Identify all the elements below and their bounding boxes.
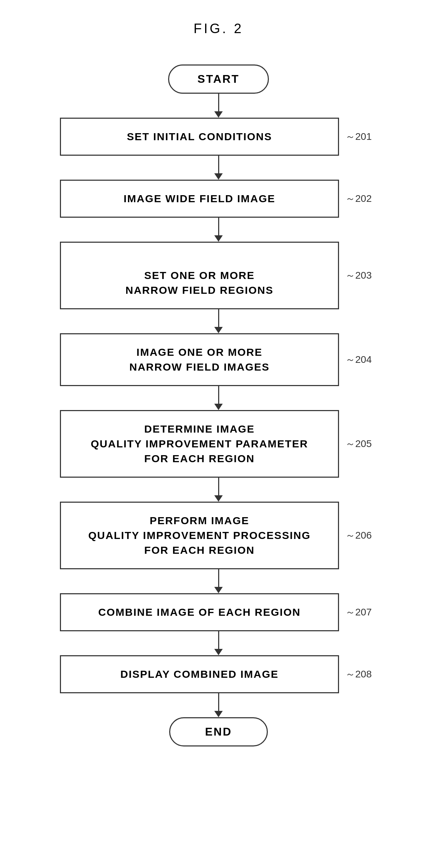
arrow-line — [218, 693, 219, 711]
arrow-line — [218, 218, 219, 235]
arrow-line — [218, 386, 219, 404]
arrow-4 — [214, 309, 223, 333]
step-207-box: COMBINE IMAGE OF EACH REGION — [60, 593, 339, 631]
arrow-line — [218, 631, 219, 649]
step-201-ref: ～201 — [345, 130, 377, 143]
arrow-head — [214, 587, 223, 593]
step-205-box: DETERMINE IMAGEQUALITY IMPROVEMENT PARAM… — [60, 410, 339, 478]
step-204-wrapper: IMAGE ONE OR MORENARROW FIELD IMAGES ～20… — [60, 333, 377, 386]
step-206-text: PERFORM IMAGEQUALITY IMPROVEMENT PROCESS… — [88, 515, 310, 556]
flowchart: START SET INITIAL CONDITIONS ～201 IMAGE … — [60, 64, 377, 746]
step-206-box: PERFORM IMAGEQUALITY IMPROVEMENT PROCESS… — [60, 502, 339, 569]
arrow-head — [214, 173, 223, 180]
step-207-text: COMBINE IMAGE OF EACH REGION — [98, 606, 301, 618]
arrow-head — [214, 235, 223, 242]
step-201-text: SET INITIAL CONDITIONS — [127, 131, 272, 142]
step-202-ref: ～202 — [345, 192, 377, 205]
arrow-line — [218, 94, 219, 111]
step-202-wrapper: IMAGE WIDE FIELD IMAGE ～202 — [60, 180, 377, 218]
step-208-wrapper: DISPLAY COMBINED IMAGE ～208 — [60, 655, 377, 693]
step-201-box: SET INITIAL CONDITIONS — [60, 118, 339, 156]
arrow-head — [214, 495, 223, 502]
step-203-ref: ～203 — [345, 269, 377, 282]
step-203-wrapper: SET ONE OR MORENARROW FIELD REGIONS ～203 — [60, 242, 377, 309]
arrow-line — [218, 478, 219, 495]
arrow-head — [214, 111, 223, 118]
arrow-head — [214, 711, 223, 717]
arrow-9 — [214, 693, 223, 717]
step-201-wrapper: SET INITIAL CONDITIONS ～201 — [60, 118, 377, 156]
step-204-text: IMAGE ONE OR MORENARROW FIELD IMAGES — [129, 346, 270, 373]
arrow-6 — [214, 478, 223, 502]
step-202-box: IMAGE WIDE FIELD IMAGE — [60, 180, 339, 218]
arrow-line — [218, 569, 219, 587]
step-204-box: IMAGE ONE OR MORENARROW FIELD IMAGES — [60, 333, 339, 386]
arrow-head — [214, 404, 223, 410]
step-205-wrapper: DETERMINE IMAGEQUALITY IMPROVEMENT PARAM… — [60, 410, 377, 478]
figure-title: FIG. 2 — [193, 21, 244, 36]
step-207-ref: ～207 — [345, 606, 377, 619]
end-capsule: END — [169, 717, 268, 746]
arrow-5 — [214, 386, 223, 410]
step-208-box: DISPLAY COMBINED IMAGE — [60, 655, 339, 693]
step-206-wrapper: PERFORM IMAGEQUALITY IMPROVEMENT PROCESS… — [60, 502, 377, 569]
step-208-text: DISPLAY COMBINED IMAGE — [120, 668, 278, 680]
arrow-2 — [214, 156, 223, 180]
step-203-box: SET ONE OR MORENARROW FIELD REGIONS — [60, 242, 339, 309]
start-capsule: START — [168, 64, 269, 94]
arrow-8 — [214, 631, 223, 655]
page-container: FIG. 2 START SET INITIAL CONDITIONS ～201… — [0, 0, 437, 868]
arrow-7 — [214, 569, 223, 593]
arrow-1 — [214, 94, 223, 118]
arrow-line — [218, 156, 219, 173]
step-206-ref: ～206 — [345, 529, 377, 542]
arrow-3 — [214, 218, 223, 242]
step-205-text: DETERMINE IMAGEQUALITY IMPROVEMENT PARAM… — [91, 423, 308, 464]
arrow-line — [218, 309, 219, 327]
step-208-ref: ～208 — [345, 668, 377, 681]
step-205-ref: ～205 — [345, 437, 377, 451]
arrow-head — [214, 649, 223, 655]
step-207-wrapper: COMBINE IMAGE OF EACH REGION ～207 — [60, 593, 377, 631]
step-202-text: IMAGE WIDE FIELD IMAGE — [124, 193, 276, 204]
arrow-head — [214, 327, 223, 333]
step-204-ref: ～204 — [345, 353, 377, 366]
step-203-text: SET ONE OR MORENARROW FIELD REGIONS — [125, 269, 273, 296]
